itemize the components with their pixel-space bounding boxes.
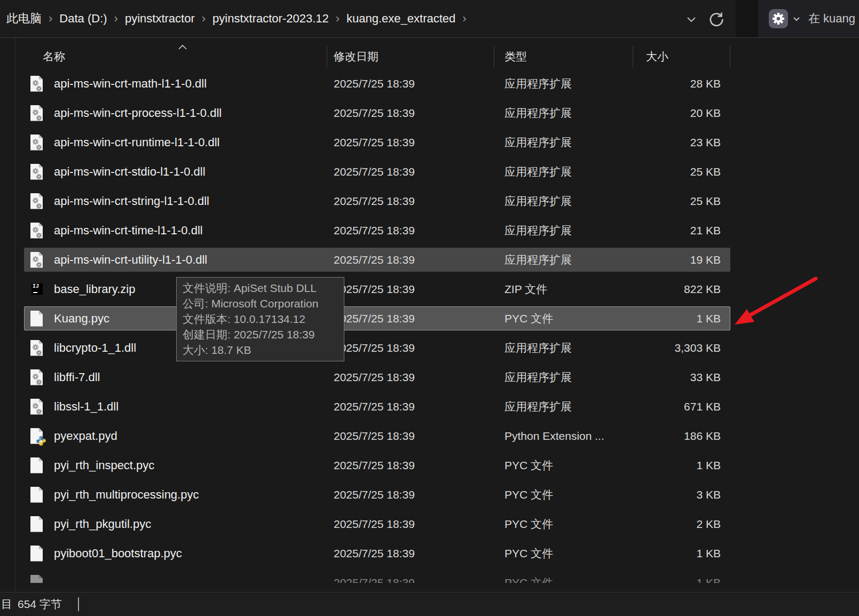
file-name: pyexpat.pyd — [54, 429, 117, 443]
file-name-cell: pyi_rth_multiprocessing.pyc — [29, 483, 199, 507]
file-date: 2025/7/25 18:39 — [334, 277, 415, 301]
table-row[interactable]: api-ms-win-crt-string-l1-1-0.dll 2025/7/… — [24, 189, 730, 213]
file-name: Kuang.pyc — [54, 312, 109, 326]
table-row[interactable]: libssl-1_1.dll 2025/7/25 18:39 应用程序扩展 67… — [24, 394, 730, 418]
file-type: Python Extension ... — [505, 424, 604, 448]
table-row[interactable]: api-ms-win-crt-utility-l1-1-0.dll 2025/7… — [24, 248, 730, 272]
column-header-size[interactable]: 大小 — [646, 44, 668, 69]
file-name-cell: api-ms-win-crt-math-l1-1-0.dll — [29, 72, 207, 96]
file-name: api-ms-win-crt-string-l1-1-0.dll — [54, 194, 209, 208]
gear-glyph — [36, 113, 42, 119]
file-name-cell: api-ms-win-crt-time-l1-1-0.dll — [29, 218, 203, 242]
file-size: 3,303 KB — [675, 336, 721, 360]
file-size: 3 KB — [696, 483, 721, 507]
dll-file-icon — [29, 251, 45, 269]
file-size: 671 KB — [684, 394, 721, 418]
table-row[interactable]: libcrypto-1_1.dll 2025/7/25 18:39 应用程序扩展… — [24, 336, 730, 360]
table-row[interactable]: pyi_rth_pkgutil.pyc 2025/7/25 18:39 PYC … — [24, 512, 730, 536]
file-name: pyi_rth_pkgutil.pyc — [54, 517, 151, 531]
breadcrumb: 此电脑›Data (D:)›pyinstxtractor›pyinstxtrac… — [3, 0, 470, 37]
file-name-cell: pyi_rth_inspect.pyc — [29, 453, 154, 477]
column-divider[interactable] — [327, 46, 327, 67]
breadcrumb-item[interactable]: pyinstxtractor-2023.12 — [209, 10, 332, 28]
tooltip-line: 公司: Microsoft Corporation — [183, 296, 338, 311]
file-name: base_library.zip — [54, 282, 135, 296]
column-divider[interactable] — [494, 46, 494, 67]
file-name: api-ms-win-crt-runtime-l1-1-0.dll — [54, 136, 220, 149]
table-row[interactable]: Kuang.pyc 2025/7/25 18:39 PYC 文件 1 KB — [24, 306, 730, 330]
search-box[interactable]: 在 kuang — [758, 0, 859, 37]
zip-file-icon: IJ — [29, 280, 45, 298]
file-name: pyi_rth_inspect.pyc — [54, 459, 154, 472]
table-row[interactable]: pyiboot01_bootstrap.pyc 2025/7/25 18:39 … — [24, 541, 730, 565]
file-size: 2 KB — [696, 512, 721, 536]
gear-glyph — [36, 84, 42, 89]
breadcrumb-item[interactable]: pyinstxtractor — [122, 10, 198, 28]
file-type: 应用程序扩展 — [505, 189, 572, 213]
breadcrumb-separator: › — [459, 12, 470, 26]
dll-file-icon — [29, 368, 45, 386]
dll-file-icon — [29, 398, 45, 416]
file-date: 2025/7/25 18:39 — [334, 365, 415, 389]
refresh-icon[interactable] — [708, 11, 725, 28]
table-row[interactable]: IJ base_library.zip 2025/7/25 18:39 ZIP … — [24, 277, 730, 301]
file-name-cell: api-ms-win-crt-process-l1-1-0.dll — [29, 101, 222, 125]
breadcrumb-item[interactable]: kuang.exe_extracted — [343, 10, 459, 28]
column-header-name[interactable]: 名称 — [43, 44, 65, 69]
file-date: 2025/7/25 18:39 — [334, 394, 415, 418]
file-name: pyi_rth_multiprocessing.pyc — [54, 488, 199, 502]
table-row[interactable]: api-ms-win-crt-stdio-l1-1-0.dll 2025/7/2… — [24, 160, 730, 184]
column-header-date[interactable]: 修改日期 — [334, 44, 379, 69]
file-info-tooltip: 文件说明: ApiSet Stub DLL公司: Microsoft Corpo… — [176, 277, 344, 361]
file-type: PYC 文件 — [505, 453, 553, 477]
table-row[interactable]: api-ms-win-crt-runtime-l1-1-0.dll 2025/7… — [24, 130, 730, 154]
file-size: 19 KB — [690, 248, 721, 272]
file-type: PYC 文件 — [505, 541, 553, 565]
search-options-chevron-icon[interactable] — [793, 14, 800, 23]
table-row[interactable]: pyi_rth_inspect.pyc 2025/7/25 18:39 PYC … — [24, 453, 730, 477]
table-row[interactable]: libffi-7.dll 2025/7/25 18:39 应用程序扩展 33 K… — [24, 365, 730, 389]
file-name-cell: IJ base_library.zip — [29, 277, 135, 301]
table-row[interactable]: api-ms-win-crt-time-l1-1-0.dll 2025/7/25… — [24, 218, 730, 242]
file-date: 2025/7/25 18:39 — [334, 218, 415, 242]
file-date: 2025/7/25 18:39 — [334, 189, 415, 213]
file-type: PYC 文件 — [505, 306, 553, 330]
file-name: api-ms-win-crt-time-l1-1-0.dll — [54, 224, 203, 238]
column-divider[interactable] — [730, 46, 730, 67]
column-header-type[interactable]: 类型 — [505, 44, 527, 69]
document-file-icon — [29, 544, 45, 563]
status-items-fragment: 目 — [1, 593, 12, 615]
gear-glyph — [36, 377, 42, 383]
python-logo-icon — [36, 436, 46, 446]
document-file-icon — [29, 456, 45, 475]
file-name-cell: pyexpat.pyd — [29, 424, 117, 448]
file-type: 应用程序扩展 — [505, 365, 572, 389]
file-name-cell: api-ms-win-crt-stdio-l1-1-0.dll — [29, 160, 206, 184]
file-date: 2025/7/25 18:39 — [334, 571, 415, 583]
search-input[interactable]: 在 kuang — [808, 11, 855, 27]
file-size: 33 KB — [690, 365, 721, 389]
gear-glyph — [36, 172, 42, 177]
file-name-cell: pyi_rth_pkgutil.pyc — [29, 512, 151, 536]
file-name-cell: libssl-1_1.dll — [29, 394, 119, 418]
file-type: 应用程序扩展 — [505, 72, 572, 96]
breadcrumb-item[interactable]: 此电脑 — [3, 9, 45, 29]
search-options-button[interactable] — [769, 9, 788, 28]
table-row[interactable]: 2025/7/25 18:39 PYC 文件 1 KB — [24, 571, 730, 583]
file-size: 822 KB — [684, 277, 721, 301]
table-row[interactable]: api-ms-win-crt-process-l1-1-0.dll 2025/7… — [24, 101, 730, 125]
file-type: PYC 文件 — [505, 571, 553, 583]
file-name: libssl-1_1.dll — [54, 400, 119, 414]
file-type: 应用程序扩展 — [505, 248, 572, 272]
breadcrumb-item[interactable]: Data (D:) — [56, 10, 110, 28]
table-row[interactable]: pyi_rth_multiprocessing.pyc 2025/7/25 18… — [24, 483, 730, 507]
gear-glyph — [36, 260, 42, 265]
dll-file-icon — [29, 192, 45, 210]
file-name-cell — [29, 571, 54, 583]
table-row[interactable]: pyexpat.pyd 2025/7/25 18:39 Python Exten… — [24, 424, 730, 448]
address-dropdown-chevron-icon[interactable] — [687, 15, 696, 25]
breadcrumb-separator: › — [111, 12, 122, 26]
breadcrumb-separator: › — [198, 12, 209, 26]
column-divider[interactable] — [633, 46, 633, 67]
table-row[interactable]: api-ms-win-crt-math-l1-1-0.dll 2025/7/25… — [24, 72, 730, 96]
